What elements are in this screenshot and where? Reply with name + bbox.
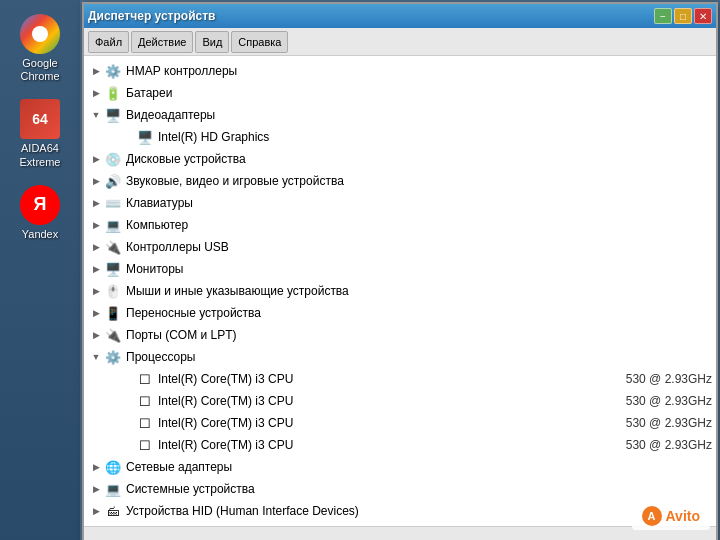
device-manager-window: Диспетчер устройств − □ ✕ Файл Действие … bbox=[82, 2, 718, 540]
tree-item-audio[interactable]: ▶ 🔊 Звуковые, видео и игровые устройства bbox=[84, 170, 716, 192]
label-ports: Порты (COM и LPT) bbox=[126, 328, 712, 342]
maximize-button[interactable]: □ bbox=[674, 8, 692, 24]
expander-ports: ▶ bbox=[88, 327, 104, 343]
minimize-button[interactable]: − bbox=[654, 8, 672, 24]
expander-monitors: ▶ bbox=[88, 261, 104, 277]
label-hd-graphics: Intel(R) HD Graphics bbox=[158, 130, 712, 144]
tree-item-ports[interactable]: ▶ 🔌 Порты (COM и LPT) bbox=[84, 324, 716, 346]
expander-portable: ▶ bbox=[88, 305, 104, 321]
tree-item-portable[interactable]: ▶ 📱 Переносные устройства bbox=[84, 302, 716, 324]
cpu-freq-1: 530 @ 2.93GHz bbox=[626, 394, 712, 408]
icon-nmar: ⚙️ bbox=[104, 62, 122, 80]
tree-item-monitors[interactable]: ▶ 🖥️ Мониторы bbox=[84, 258, 716, 280]
cpu-row-2[interactable]: ☐ Intel(R) Core(TM) i3 CPU 530 @ 2.93GHz bbox=[84, 412, 716, 434]
icon-battery: 🔋 bbox=[104, 84, 122, 102]
label-disk: Дисковые устройства bbox=[126, 152, 712, 166]
tree-item-keyboard[interactable]: ▶ ⌨️ Клавиатуры bbox=[84, 192, 716, 214]
chrome-label: GoogleChrome bbox=[20, 57, 59, 83]
expander-hid: ▶ bbox=[88, 503, 104, 519]
avito-watermark: A Avito bbox=[632, 502, 710, 530]
cpu-freq-3: 530 @ 2.93GHz bbox=[626, 438, 712, 452]
label-video: Видеоадаптеры bbox=[126, 108, 712, 122]
tree-item-battery[interactable]: ▶ 🔋 Батареи bbox=[84, 82, 716, 104]
aida64-icon-image: 64 bbox=[20, 99, 60, 139]
cpu-row-3[interactable]: ☐ Intel(R) Core(TM) i3 CPU 530 @ 2.93GHz bbox=[84, 434, 716, 456]
cpu-icon-1: ☐ bbox=[136, 392, 154, 410]
view-menu-label: Вид bbox=[202, 36, 222, 48]
cpu-icon-2: ☐ bbox=[136, 414, 154, 432]
action-menu-button[interactable]: Действие bbox=[131, 31, 193, 53]
expander-usb: ▶ bbox=[88, 239, 104, 255]
desktop-sidebar: GoogleChrome 64 AIDA64Extreme Я Yandex bbox=[0, 0, 80, 540]
help-menu-button[interactable]: Справка bbox=[231, 31, 288, 53]
file-menu-label: Файл bbox=[95, 36, 122, 48]
icon-monitors: 🖥️ bbox=[104, 260, 122, 278]
cpu-row-0[interactable]: ☐ Intel(R) Core(TM) i3 CPU 530 @ 2.93GHz bbox=[84, 368, 716, 390]
cpu-name-2: Intel(R) Core(TM) i3 CPU bbox=[158, 416, 616, 430]
avito-logo-circle: A bbox=[642, 506, 662, 526]
icon-audio: 🔊 bbox=[104, 172, 122, 190]
icon-keyboard: ⌨️ bbox=[104, 194, 122, 212]
cpu-row-1[interactable]: ☐ Intel(R) Core(TM) i3 CPU 530 @ 2.93GHz bbox=[84, 390, 716, 412]
help-menu-label: Справка bbox=[238, 36, 281, 48]
expander-system: ▶ bbox=[88, 481, 104, 497]
tree-item-usb[interactable]: ▶ 🔌 Контроллеры USB bbox=[84, 236, 716, 258]
chrome-icon-desktop[interactable]: GoogleChrome bbox=[8, 10, 72, 87]
label-hid: Устройства HID (Human Interface Devices) bbox=[126, 504, 712, 518]
tree-item-hid[interactable]: ▶ 🖮 Устройства HID (Human Interface Devi… bbox=[84, 500, 716, 522]
label-system: Системные устройства bbox=[126, 482, 712, 496]
icon-system: 💻 bbox=[104, 480, 122, 498]
label-portable: Переносные устройства bbox=[126, 306, 712, 320]
icon-disk: 💿 bbox=[104, 150, 122, 168]
cpu-freq-2: 530 @ 2.93GHz bbox=[626, 416, 712, 430]
label-battery: Батареи bbox=[126, 86, 712, 100]
window-titlebar: Диспетчер устройств − □ ✕ bbox=[84, 4, 716, 28]
aida64-icon-desktop[interactable]: 64 AIDA64Extreme bbox=[8, 95, 72, 172]
icon-portable: 📱 bbox=[104, 304, 122, 322]
status-bar bbox=[84, 526, 716, 540]
label-usb: Контроллеры USB bbox=[126, 240, 712, 254]
label-processors: Процессоры bbox=[126, 350, 712, 364]
tree-item-system[interactable]: ▶ 💻 Системные устройства bbox=[84, 478, 716, 500]
tree-item-hd-graphics[interactable]: 🖥️ Intel(R) HD Graphics bbox=[84, 126, 716, 148]
tree-item-video[interactable]: ▼ 🖥️ Видеоадаптеры bbox=[84, 104, 716, 126]
expander-mouse: ▶ bbox=[88, 283, 104, 299]
expander-hd bbox=[120, 129, 136, 145]
label-audio: Звуковые, видео и игровые устройства bbox=[126, 174, 712, 188]
file-menu-button[interactable]: Файл bbox=[88, 31, 129, 53]
label-mouse: Мыши и иные указывающие устройства bbox=[126, 284, 712, 298]
cpu-freq-0: 530 @ 2.93GHz bbox=[626, 372, 712, 386]
icon-processors: ⚙️ bbox=[104, 348, 122, 366]
window-toolbar: Файл Действие Вид Справка bbox=[84, 28, 716, 56]
cpu-name-3: Intel(R) Core(TM) i3 CPU bbox=[158, 438, 616, 452]
tree-item-computer[interactable]: ▶ 💻 Компьютер bbox=[84, 214, 716, 236]
expander-network: ▶ bbox=[88, 459, 104, 475]
icon-network: 🌐 bbox=[104, 458, 122, 476]
label-network: Сетевые адаптеры bbox=[126, 460, 712, 474]
cpu-name-0: Intel(R) Core(TM) i3 CPU bbox=[158, 372, 616, 386]
tree-item-processors[interactable]: ▼ ⚙️ Процессоры bbox=[84, 346, 716, 368]
icon-mouse: 🖱️ bbox=[104, 282, 122, 300]
icon-hd-graphics: 🖥️ bbox=[136, 128, 154, 146]
yandex-label: Yandex bbox=[22, 228, 59, 241]
icon-video: 🖥️ bbox=[104, 106, 122, 124]
window-title: Диспетчер устройств bbox=[88, 9, 215, 23]
icon-ports: 🔌 bbox=[104, 326, 122, 344]
tree-item-nmar[interactable]: ▶ ⚙️ НМАР контроллеры bbox=[84, 60, 716, 82]
action-menu-label: Действие bbox=[138, 36, 186, 48]
close-button[interactable]: ✕ bbox=[694, 8, 712, 24]
tree-item-disk[interactable]: ▶ 💿 Дисковые устройства bbox=[84, 148, 716, 170]
device-tree[interactable]: ▶ ⚙️ НМАР контроллеры ▶ 🔋 Батареи ▼ 🖥️ В… bbox=[84, 56, 716, 526]
expander-keyboard: ▶ bbox=[88, 195, 104, 211]
expander-processors: ▼ bbox=[88, 349, 104, 365]
yandex-icon-image: Я bbox=[20, 185, 60, 225]
tree-item-network[interactable]: ▶ 🌐 Сетевые адаптеры bbox=[84, 456, 716, 478]
expander-computer: ▶ bbox=[88, 217, 104, 233]
cpu-name-1: Intel(R) Core(TM) i3 CPU bbox=[158, 394, 616, 408]
chrome-icon-image bbox=[20, 14, 60, 54]
yandex-icon-desktop[interactable]: Я Yandex bbox=[8, 181, 72, 245]
view-menu-button[interactable]: Вид bbox=[195, 31, 229, 53]
cpu-icon-0: ☐ bbox=[136, 370, 154, 388]
icon-hid: 🖮 bbox=[104, 502, 122, 520]
tree-item-mouse[interactable]: ▶ 🖱️ Мыши и иные указывающие устройства bbox=[84, 280, 716, 302]
